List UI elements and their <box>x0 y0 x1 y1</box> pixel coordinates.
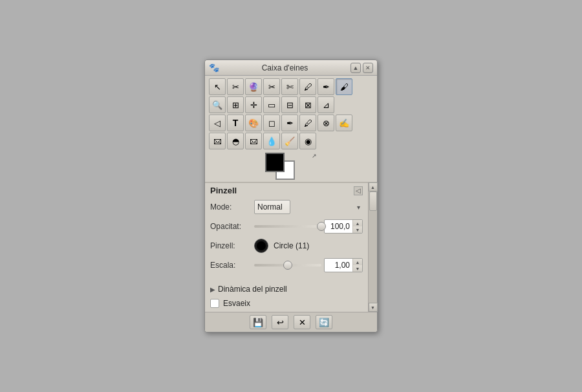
panel-content: Mode: Normal Dissolve Darken Multiply Sc… <box>205 197 368 282</box>
stamp-tool-btn[interactable]: 🖂 <box>209 133 226 149</box>
brush-panel-area: Pinzell ◁ Mode: Normal Dissolve Darken <box>205 182 377 312</box>
smudge-tool-btn[interactable]: ◓ <box>227 133 244 149</box>
opacity-control: 100,0 ▲ ▼ <box>254 219 363 234</box>
brush-name-label: Circle (11) <box>274 241 309 250</box>
scroll-track <box>369 191 377 303</box>
colorpick-tool-btn[interactable]: ✂ <box>263 78 280 95</box>
scale-decrement-btn[interactable]: ▼ <box>353 265 362 272</box>
blend-tool-btn[interactable]: ◁ <box>209 114 226 131</box>
bottom-bar: 💾 ↩ ✕ 🔄 <box>205 312 377 332</box>
gimp-logo-icon: 🐾 <box>209 63 219 72</box>
esvaeix-row: Esvaeix <box>205 296 368 312</box>
panel-title: Pinzell <box>210 186 237 195</box>
undo-icon: ↩ <box>277 318 284 327</box>
window-title: Caixa d'eines <box>262 63 308 72</box>
collapse-button[interactable]: ▲ <box>350 63 361 73</box>
content-area: Pinzell ◁ Mode: Normal Dissolve Darken <box>205 182 368 312</box>
toolbar-area: ↖ ✂ 🔮 ✂ ✄ 🖊 ✒ 🖌 🔍 ⊞ ✛ ▭ ⊟ ⊠ ⊿ ◁ T 🎨 ◻ ✒ … <box>205 76 377 182</box>
crop-tool-btn[interactable]: ▭ <box>263 96 280 113</box>
brush-circle-icon <box>257 241 266 250</box>
move-tool-btn[interactable]: ✛ <box>245 96 262 113</box>
dynamics-row[interactable]: ▶ Dinàmica del pinzell <box>205 282 368 296</box>
select-tool-btn[interactable]: ↖ <box>209 78 226 95</box>
titlebar-left: 🐾 <box>209 63 219 72</box>
dynamics-arrow-icon: ▶ <box>210 286 215 293</box>
fuzzyselect-tool-btn[interactable]: 🔮 <box>245 78 262 95</box>
delete-btn[interactable]: ✕ <box>294 315 310 329</box>
titlebar: 🐾 Caixa d'eines ▲ ✕ <box>205 60 377 76</box>
brush-control: Circle (11) <box>254 239 363 253</box>
toolbar-row-4: 🖂 ◓ 🖂 💧 🧹 ◉ <box>209 133 373 149</box>
scale-slider[interactable] <box>254 264 321 267</box>
opacity-slider[interactable] <box>254 225 321 228</box>
bucket-tool-btn[interactable]: ◻ <box>263 114 280 131</box>
toolbox-window: 🐾 Caixa d'eines ▲ ✕ ↖ ✂ 🔮 ✂ ✄ 🖊 ✒ 🖌 🔍 ⊞ … <box>204 60 378 332</box>
mode-row: Mode: Normal Dissolve Darken Multiply Sc… <box>210 199 363 215</box>
scale-control: 1,00 ▲ ▼ <box>254 258 363 272</box>
opacity-decrement-btn[interactable]: ▼ <box>353 226 362 233</box>
ink-tool-btn[interactable]: 🖊 <box>299 114 316 131</box>
delete-icon: ✕ <box>299 318 306 327</box>
panel-collapse-btn[interactable]: ◁ <box>354 186 363 195</box>
heal-tool-btn[interactable]: ⊗ <box>318 114 334 131</box>
toolbar-row-2: 🔍 ⊞ ✛ ▭ ⊟ ⊠ ⊿ <box>209 96 373 113</box>
close-button[interactable]: ✕ <box>363 63 373 73</box>
scale-increment-btn[interactable]: ▲ <box>353 259 362 265</box>
opacity-spinbox-btns: ▲ ▼ <box>352 220 362 233</box>
restore-btn[interactable]: 🔄 <box>316 315 332 329</box>
toolbar-row-3: ◁ T 🎨 ◻ ✒ 🖊 ⊗ ✍ <box>209 114 373 131</box>
dropper-tool-btn[interactable]: 💧 <box>263 133 280 149</box>
brush-label: Pinzell: <box>210 241 254 250</box>
titlebar-controls: ▲ ✕ <box>350 63 373 73</box>
scale-spinbox: 1,00 ▲ ▼ <box>324 258 363 272</box>
paths-tool-btn[interactable]: 🖊 <box>299 78 316 95</box>
dodge-tool-btn[interactable]: ✍ <box>336 114 352 131</box>
blur-tool-btn[interactable]: ◉ <box>299 133 316 149</box>
flip-tool-btn[interactable]: ⊠ <box>299 96 316 113</box>
color-area: ↗ <box>209 151 373 179</box>
zoom-tool-btn[interactable]: 🔍 <box>209 96 226 113</box>
mode-label: Mode: <box>210 202 254 212</box>
esvaeix-label[interactable]: Esvaeix <box>223 299 250 308</box>
foreground-color[interactable] <box>265 153 285 172</box>
opacity-label: Opacitat: <box>210 222 254 231</box>
scissors-tool-btn[interactable]: ✄ <box>281 78 298 95</box>
brush-preview[interactable] <box>254 239 268 253</box>
clone2-tool-btn[interactable]: 🖂 <box>245 133 262 149</box>
scroll-thumb[interactable] <box>369 191 377 211</box>
save-icon: 💾 <box>253 318 263 327</box>
clone-tool-btn[interactable]: 🖌 <box>336 78 352 95</box>
measure-tool-btn[interactable]: ⊞ <box>227 96 244 113</box>
dynamics-label: Dinàmica del pinzell <box>218 285 287 294</box>
opacity-row: Opacitat: 100,0 ▲ ▼ <box>210 219 363 234</box>
esvaeix-checkbox[interactable] <box>210 299 219 308</box>
scrollbar: ▲ ▼ <box>368 182 377 312</box>
pencil-tool-btn[interactable]: ✒ <box>318 78 334 95</box>
transform-tool-btn[interactable]: ⊟ <box>281 96 298 113</box>
brush-row: Pinzell: Circle (11) <box>210 238 363 254</box>
scale-slider-thumb[interactable] <box>283 261 292 270</box>
restore-icon: 🔄 <box>319 318 329 327</box>
undo-btn[interactable]: ↩ <box>272 315 288 329</box>
swap-colors-icon[interactable]: ↗ <box>312 153 317 159</box>
opacity-value: 100,0 <box>325 222 352 231</box>
airbrush-tool-btn[interactable]: ✒ <box>281 114 298 131</box>
opacity-slider-thumb[interactable] <box>317 222 326 231</box>
mode-select[interactable]: Normal Dissolve Darken Multiply Screen O… <box>254 200 290 214</box>
scale-spinbox-btns: ▲ ▼ <box>352 259 362 272</box>
colorbalance-tool-btn[interactable]: 🎨 <box>245 114 262 131</box>
text-tool-btn[interactable]: T <box>227 114 244 131</box>
save-preset-btn[interactable]: 💾 <box>250 315 266 329</box>
scroll-up-btn[interactable]: ▲ <box>369 182 378 191</box>
eraser-tool-btn[interactable]: 🧹 <box>281 133 298 149</box>
scroll-down-btn[interactable]: ▼ <box>369 303 378 312</box>
opacity-spinbox: 100,0 ▲ ▼ <box>324 219 363 234</box>
scale-label: Escala: <box>210 261 254 270</box>
mode-select-wrapper: Normal Dissolve Darken Multiply Screen O… <box>254 200 363 214</box>
scale-value: 1,00 <box>325 261 352 270</box>
freeselect-tool-btn[interactable]: ✂ <box>227 78 244 95</box>
mode-control: Normal Dissolve Darken Multiply Screen O… <box>254 200 363 214</box>
perspective-tool-btn[interactable]: ⊿ <box>318 96 334 113</box>
opacity-increment-btn[interactable]: ▲ <box>353 220 362 226</box>
scale-row: Escala: 1,00 ▲ ▼ <box>210 257 363 273</box>
